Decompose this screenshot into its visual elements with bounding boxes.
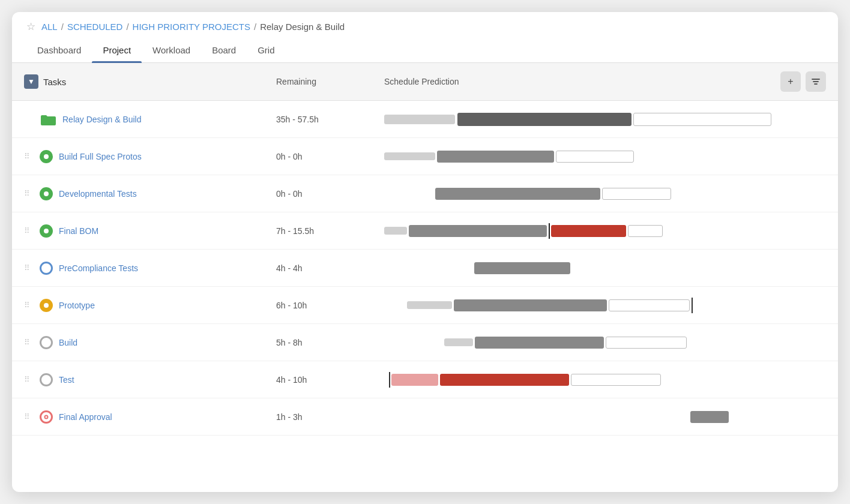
status-icon bbox=[40, 224, 53, 238]
table-header: ▼ Tasks Remaining Schedule Prediction + bbox=[12, 63, 838, 101]
tasks-label: Tasks bbox=[43, 77, 66, 87]
bar-group bbox=[384, 374, 826, 386]
task-cell: ⠿ Prototype bbox=[24, 299, 276, 312]
folder-icon bbox=[40, 113, 56, 126]
status-icon bbox=[40, 410, 53, 424]
main-content: ▼ Tasks Remaining Schedule Prediction + bbox=[12, 63, 838, 436]
bar-group bbox=[384, 337, 826, 349]
task-cell: ⠿ Final BOM bbox=[24, 224, 276, 238]
tab-bar: Dashboard Project Workload Board Grid bbox=[12, 39, 838, 63]
table-row: ⠿ Build Full Spec Protos 0h - 0h bbox=[12, 138, 838, 175]
add-button[interactable]: + bbox=[780, 71, 801, 92]
breadcrumb-all[interactable]: ALL bbox=[41, 22, 58, 32]
task-name-build-full-spec[interactable]: Build Full Spec Protos bbox=[59, 152, 142, 161]
drag-handle[interactable]: ⠿ bbox=[24, 338, 34, 347]
status-icon bbox=[40, 336, 53, 349]
schedule-cell bbox=[384, 185, 826, 202]
task-name-dev-tests[interactable]: Developmental Tests bbox=[59, 189, 137, 199]
table-row: ⠿ Final Approval 1h - 3h bbox=[12, 398, 838, 436]
task-name-prototype[interactable]: Prototype bbox=[59, 301, 95, 310]
bar-group bbox=[384, 188, 826, 200]
remaining-cell: 4h - 4h bbox=[276, 263, 384, 273]
schedule-cell bbox=[384, 409, 826, 425]
tab-dashboard[interactable]: Dashboard bbox=[26, 39, 92, 62]
table-row: ⠿ Prototype 6h - 10h bbox=[12, 287, 838, 324]
status-icon bbox=[40, 262, 53, 275]
status-icon bbox=[40, 299, 53, 312]
breadcrumb: ☆ ALL / SCHEDULED / HIGH PRIORITY PROJEC… bbox=[12, 12, 838, 39]
bar-group bbox=[384, 151, 826, 163]
schedule-cell bbox=[384, 148, 826, 165]
table-row: ⠿ Build 5h - 8h bbox=[12, 324, 838, 361]
task-name-final-bom[interactable]: Final BOM bbox=[59, 226, 98, 236]
remaining-column-header: Remaining bbox=[276, 77, 384, 86]
drag-handle[interactable]: ⠿ bbox=[24, 375, 34, 384]
header-actions: + bbox=[780, 71, 826, 92]
bar-group bbox=[384, 262, 826, 274]
table-row: ⠿ Test 4h - 10h bbox=[12, 361, 838, 398]
breadcrumb-current: Relay Design & Build bbox=[260, 22, 345, 32]
task-cell: ⠿ Final Approval bbox=[24, 410, 276, 424]
remaining-cell: 6h - 10h bbox=[276, 301, 384, 310]
remaining-cell: 0h - 0h bbox=[276, 189, 384, 199]
table-row: ⠿ Developmental Tests 0h - 0h bbox=[12, 175, 838, 212]
task-cell: ⠿ Developmental Tests bbox=[24, 187, 276, 200]
remaining-cell: 1h - 3h bbox=[276, 412, 384, 422]
table-row: ⠿ Final BOM 7h - 15.5h bbox=[12, 212, 838, 250]
bar-group bbox=[384, 225, 826, 237]
breadcrumb-sep-1: / bbox=[61, 22, 64, 32]
remaining-cell: 7h - 15.5h bbox=[276, 226, 384, 236]
app-window: ☆ ALL / SCHEDULED / HIGH PRIORITY PROJEC… bbox=[12, 12, 838, 492]
schedule-column-header: Schedule Prediction bbox=[384, 77, 780, 86]
task-cell: ⠿ Build bbox=[24, 336, 276, 349]
bar-group bbox=[384, 112, 826, 127]
tasks-toggle-button[interactable]: ▼ bbox=[24, 74, 38, 89]
bar-group bbox=[384, 411, 826, 423]
drag-handle[interactable]: ⠿ bbox=[24, 152, 34, 161]
breadcrumb-high-priority[interactable]: HIGH PRIORITY PROJECTS bbox=[133, 22, 250, 32]
tab-grid[interactable]: Grid bbox=[247, 39, 285, 62]
task-name-build[interactable]: Build bbox=[59, 338, 77, 347]
tab-workload[interactable]: Workload bbox=[142, 39, 201, 62]
drag-handle[interactable]: ⠿ bbox=[24, 263, 34, 272]
task-cell: ⠿ Test bbox=[24, 373, 276, 386]
table-row: ⠿ PreCompliance Tests 4h - 4h bbox=[12, 250, 838, 287]
status-icon bbox=[40, 187, 53, 200]
drag-handle[interactable]: ⠿ bbox=[24, 412, 34, 421]
drag-handle[interactable]: ⠿ bbox=[24, 301, 34, 310]
drag-handle[interactable]: ⠿ bbox=[24, 226, 34, 235]
remaining-cell: 35h - 57.5h bbox=[276, 115, 384, 124]
tab-board[interactable]: Board bbox=[201, 39, 247, 62]
remaining-cell: 4h - 10h bbox=[276, 375, 384, 385]
status-icon bbox=[40, 373, 53, 386]
task-cell: ⠿ Build Full Spec Protos bbox=[24, 150, 276, 163]
task-name-test[interactable]: Test bbox=[59, 375, 74, 385]
task-cell: Relay Design & Build bbox=[24, 113, 276, 126]
task-cell: ⠿ PreCompliance Tests bbox=[24, 262, 276, 275]
schedule-cell bbox=[384, 260, 826, 277]
task-name-relay[interactable]: Relay Design & Build bbox=[62, 115, 142, 124]
tab-project[interactable]: Project bbox=[92, 39, 142, 62]
task-name-final-approval[interactable]: Final Approval bbox=[59, 412, 112, 422]
schedule-cell bbox=[384, 297, 826, 314]
task-name-precompliance[interactable]: PreCompliance Tests bbox=[59, 263, 138, 273]
status-icon bbox=[40, 150, 53, 163]
bar-group bbox=[384, 299, 826, 311]
star-icon[interactable]: ☆ bbox=[26, 20, 35, 33]
remaining-cell: 5h - 8h bbox=[276, 338, 384, 347]
breadcrumb-scheduled[interactable]: SCHEDULED bbox=[67, 22, 123, 32]
table-row: Relay Design & Build 35h - 57.5h bbox=[12, 101, 838, 138]
breadcrumb-sep-2: / bbox=[126, 22, 128, 32]
remaining-cell: 0h - 0h bbox=[276, 152, 384, 161]
schedule-cell bbox=[384, 334, 826, 351]
schedule-cell-relay bbox=[384, 111, 826, 128]
schedule-cell bbox=[384, 223, 826, 239]
tasks-column-header: ▼ Tasks bbox=[24, 74, 276, 89]
filter-button[interactable] bbox=[806, 71, 826, 92]
drag-handle[interactable]: ⠿ bbox=[24, 189, 34, 198]
breadcrumb-sep-3: / bbox=[254, 22, 256, 32]
schedule-cell bbox=[384, 371, 826, 388]
